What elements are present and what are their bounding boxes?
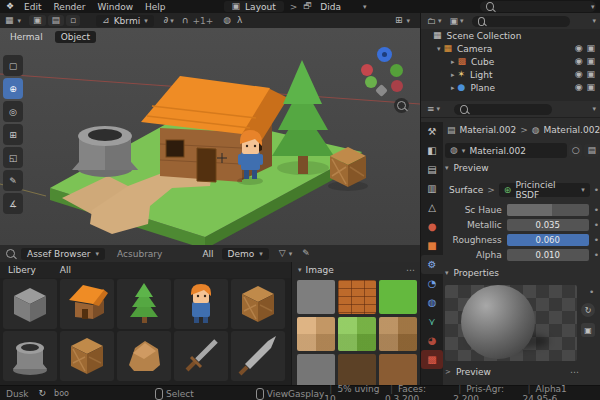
asset-character[interactable] [174,279,228,329]
preview-type-button[interactable]: ▣ [581,323,595,337]
filter-chevron-icon[interactable]: ▾ [289,250,293,258]
gizmo-x-axis[interactable] [361,64,373,76]
camera-visibility-icon[interactable]: ▣ [586,44,595,53]
move-tool[interactable]: ◎ [3,101,23,122]
tab-all[interactable]: All [60,265,71,275]
image-panel-menu-icon[interactable]: ⋯ [406,265,415,275]
mode-toggle-1-icon[interactable]: ▣ [29,15,46,26]
snap-increment[interactable]: +1+ [192,16,213,26]
tab-object[interactable]: Object [55,31,96,43]
breadcrumb-item[interactable]: Material.002 [544,125,600,135]
expand-icon[interactable]: ▸ [451,71,455,79]
overlays-chevron-icon[interactable]: ▾ [406,17,410,25]
asset-rock[interactable] [117,331,171,381]
measure-tool[interactable]: ∡ [3,193,23,214]
select-box-tool[interactable]: ▢ [3,55,23,76]
menu-window[interactable]: Window [92,2,140,12]
decorate-dot-icon[interactable]: • [594,220,599,230]
asset-well[interactable] [3,331,57,381]
transform-pivot-icon[interactable]: ∂ [164,16,169,25]
menu-render[interactable]: Render [48,2,92,12]
tab-world[interactable]: ● [421,217,443,236]
tab-data[interactable]: ◕ [421,331,443,350]
breadcrumb-item[interactable]: Material.002 [460,125,517,135]
gizmo-x-neg[interactable] [391,80,403,92]
outliner-search-input[interactable] [489,15,563,27]
cursor-tool[interactable]: ⊕ [3,78,23,99]
outliner-row-plane[interactable]: ▸ ● Plane ◉▣ [421,81,600,94]
preview2-section-header[interactable]: > Preview ⋯ [445,367,579,377]
asset-tree[interactable] [117,279,171,329]
asset-cube[interactable] [3,279,57,329]
metallic-slider[interactable]: 0.035 [507,219,589,231]
roughness-slider[interactable]: 0.060 [507,234,589,246]
mode-toggle-3-icon[interactable]: ▫ [66,15,80,26]
tab-render[interactable]: ◧ [421,141,443,160]
editor-type-chevron-icon[interactable]: ▾ [18,17,22,25]
rotate-tool[interactable]: ⊞ [3,124,23,145]
swatch-brick[interactable] [338,280,376,314]
swatch-brown[interactable] [379,317,417,351]
scale-tool[interactable]: ◱ [3,147,23,168]
gizmo-y-axis[interactable] [390,64,403,77]
overlays-icon[interactable]: ⊞ [395,16,403,25]
hide-eye-icon[interactable]: ◉ [575,83,583,92]
topbar-chevron-icon[interactable]: ▾ [591,3,595,11]
preview2-menu-icon[interactable]: ⋯ [570,367,579,377]
expand-icon[interactable]: ▸ [451,84,455,92]
asset-crate[interactable] [231,279,285,329]
filter-funnel-icon[interactable]: ▽ [279,249,286,258]
tab-scene[interactable]: △ [421,198,443,217]
asset-catalog-dropdown[interactable]: Demo ▾ [222,248,269,260]
tab-particles[interactable]: ◔ [421,274,443,293]
material-preview[interactable] [445,285,577,361]
editor-type-icon[interactable]: ▦ [5,16,14,25]
proportional-edit-icon[interactable]: ◍ [223,16,231,25]
asset-crate-2[interactable] [60,331,114,381]
outliner-row-cube[interactable]: ▸ ▩ Cube ◉▣ [421,55,600,68]
asset-editor-dropdown[interactable]: Assef Browser ▾ [21,248,105,260]
expand-icon[interactable]: ▸ [451,58,455,66]
preview-pin-icon[interactable]: • [589,287,594,297]
outliner-row-camera[interactable]: ▾ ▦ Camera ◉▣ [421,42,600,55]
asset-sword-2[interactable] [231,331,285,381]
outliner-row-light[interactable]: ▸ ✶ Light ◉▣ [421,68,600,81]
scene-chevron-icon[interactable]: ▾ [363,3,367,11]
image-panel-chevron-icon[interactable]: ▾ [298,266,302,274]
new-material-button[interactable]: ○ [569,144,583,157]
mode-toggle-2-icon[interactable]: ▤ [48,15,65,26]
preview-section-header[interactable]: ▾ Preview [445,163,489,173]
surface-shader-dropdown[interactable]: ⊛ Pricinciel BSDF ▾ [499,183,590,197]
outliner-filter-chevron-icon[interactable]: ▾ [460,17,464,25]
properties-search-input[interactable] [472,103,546,115]
properties-editor-type-icon[interactable]: ≡ [427,105,435,114]
asset-filter-all[interactable]: All [202,249,213,259]
asset-house[interactable] [60,279,114,329]
decorate-dot-icon[interactable]: • [594,250,599,260]
outliner-display-chevron-icon[interactable]: ▾ [438,17,442,25]
annotate-tool[interactable]: ✎ [3,170,23,191]
outliner-display-icon[interactable]: 🗀 [427,17,436,26]
edit-pen-icon[interactable]: ✎ [302,249,310,258]
workspace-add-arrow[interactable]: > [290,2,298,12]
hide-eye-icon[interactable]: ◉ [575,70,583,79]
decorate-dot-icon[interactable]: • [594,185,599,195]
outliner-filter-icon[interactable]: ▣ [450,17,459,26]
topbar-search[interactable] [480,1,596,12]
asset-editor-icon[interactable] [6,249,15,258]
properties-section-header[interactable]: ▾ Properties [445,268,499,278]
fake-user-button[interactable]: ▤ [584,144,599,157]
outliner-row-scene-collection[interactable]: ▦ Scene Collection [421,29,600,42]
properties-search[interactable] [454,104,552,115]
properties-options-chevron-icon[interactable]: ▾ [592,105,596,113]
swatch-light-green[interactable] [338,317,376,351]
tab-physics[interactable]: ◍ [421,293,443,312]
house-object[interactable] [141,76,288,182]
tab-object[interactable]: ■ [421,236,443,255]
viewport-scene[interactable] [0,28,420,245]
scene-name[interactable]: Dida [320,2,341,12]
asset-library-label[interactable]: Acsubrary [117,249,162,259]
outliner-options-chevron-icon[interactable]: ▾ [592,17,596,25]
well-object[interactable] [72,126,138,177]
3d-viewport[interactable]: Hermal Object ▢ ⊕ ◎ ⊞ ◱ ✎ ∡ [0,28,420,245]
